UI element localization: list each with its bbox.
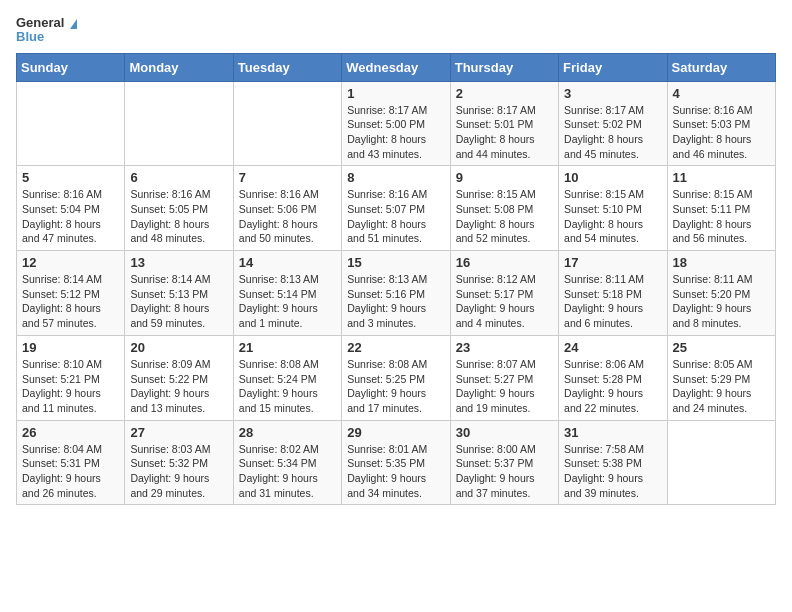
- day-number: 31: [564, 425, 661, 440]
- day-number: 13: [130, 255, 227, 270]
- day-info: Sunrise: 8:06 AM Sunset: 5:28 PM Dayligh…: [564, 357, 661, 416]
- day-info: Sunrise: 8:01 AM Sunset: 5:35 PM Dayligh…: [347, 442, 444, 501]
- day-info: Sunrise: 8:08 AM Sunset: 5:24 PM Dayligh…: [239, 357, 336, 416]
- calendar-cell: 9Sunrise: 8:15 AM Sunset: 5:08 PM Daylig…: [450, 166, 558, 251]
- day-number: 30: [456, 425, 553, 440]
- day-info: Sunrise: 8:00 AM Sunset: 5:37 PM Dayligh…: [456, 442, 553, 501]
- calendar-cell: 28Sunrise: 8:02 AM Sunset: 5:34 PM Dayli…: [233, 420, 341, 505]
- calendar-cell: 16Sunrise: 8:12 AM Sunset: 5:17 PM Dayli…: [450, 251, 558, 336]
- header-monday: Monday: [125, 53, 233, 81]
- day-number: 10: [564, 170, 661, 185]
- day-info: Sunrise: 8:02 AM Sunset: 5:34 PM Dayligh…: [239, 442, 336, 501]
- calendar-cell: [667, 420, 775, 505]
- day-number: 14: [239, 255, 336, 270]
- calendar-cell: 6Sunrise: 8:16 AM Sunset: 5:05 PM Daylig…: [125, 166, 233, 251]
- calendar-cell: 11Sunrise: 8:15 AM Sunset: 5:11 PM Dayli…: [667, 166, 775, 251]
- day-number: 21: [239, 340, 336, 355]
- day-number: 1: [347, 86, 444, 101]
- calendar-cell: 29Sunrise: 8:01 AM Sunset: 5:35 PM Dayli…: [342, 420, 450, 505]
- day-number: 12: [22, 255, 119, 270]
- day-info: Sunrise: 8:16 AM Sunset: 5:07 PM Dayligh…: [347, 187, 444, 246]
- day-info: Sunrise: 7:58 AM Sunset: 5:38 PM Dayligh…: [564, 442, 661, 501]
- day-info: Sunrise: 8:16 AM Sunset: 5:04 PM Dayligh…: [22, 187, 119, 246]
- logo: General Blue: [16, 16, 77, 45]
- day-number: 4: [673, 86, 770, 101]
- calendar-cell: 17Sunrise: 8:11 AM Sunset: 5:18 PM Dayli…: [559, 251, 667, 336]
- calendar-cell: 5Sunrise: 8:16 AM Sunset: 5:04 PM Daylig…: [17, 166, 125, 251]
- day-number: 29: [347, 425, 444, 440]
- day-number: 7: [239, 170, 336, 185]
- calendar-cell: 1Sunrise: 8:17 AM Sunset: 5:00 PM Daylig…: [342, 81, 450, 166]
- header-saturday: Saturday: [667, 53, 775, 81]
- day-info: Sunrise: 8:17 AM Sunset: 5:02 PM Dayligh…: [564, 103, 661, 162]
- day-number: 17: [564, 255, 661, 270]
- day-number: 11: [673, 170, 770, 185]
- day-info: Sunrise: 8:14 AM Sunset: 5:12 PM Dayligh…: [22, 272, 119, 331]
- week-row-1: 1Sunrise: 8:17 AM Sunset: 5:00 PM Daylig…: [17, 81, 776, 166]
- day-number: 18: [673, 255, 770, 270]
- day-info: Sunrise: 8:05 AM Sunset: 5:29 PM Dayligh…: [673, 357, 770, 416]
- page-header: General Blue: [16, 16, 776, 45]
- calendar-cell: 8Sunrise: 8:16 AM Sunset: 5:07 PM Daylig…: [342, 166, 450, 251]
- week-row-5: 26Sunrise: 8:04 AM Sunset: 5:31 PM Dayli…: [17, 420, 776, 505]
- header-thursday: Thursday: [450, 53, 558, 81]
- week-row-3: 12Sunrise: 8:14 AM Sunset: 5:12 PM Dayli…: [17, 251, 776, 336]
- day-number: 2: [456, 86, 553, 101]
- day-number: 8: [347, 170, 444, 185]
- day-number: 23: [456, 340, 553, 355]
- calendar-cell: 23Sunrise: 8:07 AM Sunset: 5:27 PM Dayli…: [450, 335, 558, 420]
- day-info: Sunrise: 8:16 AM Sunset: 5:05 PM Dayligh…: [130, 187, 227, 246]
- calendar-cell: 7Sunrise: 8:16 AM Sunset: 5:06 PM Daylig…: [233, 166, 341, 251]
- calendar-cell: [233, 81, 341, 166]
- calendar-cell: 19Sunrise: 8:10 AM Sunset: 5:21 PM Dayli…: [17, 335, 125, 420]
- day-number: 22: [347, 340, 444, 355]
- day-number: 28: [239, 425, 336, 440]
- day-info: Sunrise: 8:13 AM Sunset: 5:16 PM Dayligh…: [347, 272, 444, 331]
- calendar-cell: [125, 81, 233, 166]
- day-number: 9: [456, 170, 553, 185]
- days-header-row: SundayMondayTuesdayWednesdayThursdayFrid…: [17, 53, 776, 81]
- header-sunday: Sunday: [17, 53, 125, 81]
- calendar-cell: 3Sunrise: 8:17 AM Sunset: 5:02 PM Daylig…: [559, 81, 667, 166]
- calendar-cell: 2Sunrise: 8:17 AM Sunset: 5:01 PM Daylig…: [450, 81, 558, 166]
- calendar-cell: 21Sunrise: 8:08 AM Sunset: 5:24 PM Dayli…: [233, 335, 341, 420]
- calendar-cell: 30Sunrise: 8:00 AM Sunset: 5:37 PM Dayli…: [450, 420, 558, 505]
- day-number: 26: [22, 425, 119, 440]
- day-info: Sunrise: 8:16 AM Sunset: 5:03 PM Dayligh…: [673, 103, 770, 162]
- calendar-cell: 15Sunrise: 8:13 AM Sunset: 5:16 PM Dayli…: [342, 251, 450, 336]
- day-info: Sunrise: 8:09 AM Sunset: 5:22 PM Dayligh…: [130, 357, 227, 416]
- calendar-cell: 20Sunrise: 8:09 AM Sunset: 5:22 PM Dayli…: [125, 335, 233, 420]
- header-friday: Friday: [559, 53, 667, 81]
- day-info: Sunrise: 8:15 AM Sunset: 5:11 PM Dayligh…: [673, 187, 770, 246]
- day-info: Sunrise: 8:14 AM Sunset: 5:13 PM Dayligh…: [130, 272, 227, 331]
- calendar-cell: 10Sunrise: 8:15 AM Sunset: 5:10 PM Dayli…: [559, 166, 667, 251]
- day-number: 19: [22, 340, 119, 355]
- week-row-2: 5Sunrise: 8:16 AM Sunset: 5:04 PM Daylig…: [17, 166, 776, 251]
- day-info: Sunrise: 8:15 AM Sunset: 5:10 PM Dayligh…: [564, 187, 661, 246]
- calendar-cell: 14Sunrise: 8:13 AM Sunset: 5:14 PM Dayli…: [233, 251, 341, 336]
- day-info: Sunrise: 8:03 AM Sunset: 5:32 PM Dayligh…: [130, 442, 227, 501]
- day-info: Sunrise: 8:07 AM Sunset: 5:27 PM Dayligh…: [456, 357, 553, 416]
- day-number: 15: [347, 255, 444, 270]
- calendar-cell: 31Sunrise: 7:58 AM Sunset: 5:38 PM Dayli…: [559, 420, 667, 505]
- day-info: Sunrise: 8:11 AM Sunset: 5:20 PM Dayligh…: [673, 272, 770, 331]
- day-number: 6: [130, 170, 227, 185]
- day-info: Sunrise: 8:08 AM Sunset: 5:25 PM Dayligh…: [347, 357, 444, 416]
- calendar-cell: 22Sunrise: 8:08 AM Sunset: 5:25 PM Dayli…: [342, 335, 450, 420]
- day-info: Sunrise: 8:17 AM Sunset: 5:00 PM Dayligh…: [347, 103, 444, 162]
- calendar-cell: 4Sunrise: 8:16 AM Sunset: 5:03 PM Daylig…: [667, 81, 775, 166]
- header-tuesday: Tuesday: [233, 53, 341, 81]
- day-number: 25: [673, 340, 770, 355]
- calendar-table: SundayMondayTuesdayWednesdayThursdayFrid…: [16, 53, 776, 506]
- week-row-4: 19Sunrise: 8:10 AM Sunset: 5:21 PM Dayli…: [17, 335, 776, 420]
- day-number: 24: [564, 340, 661, 355]
- calendar-cell: 25Sunrise: 8:05 AM Sunset: 5:29 PM Dayli…: [667, 335, 775, 420]
- header-wednesday: Wednesday: [342, 53, 450, 81]
- day-info: Sunrise: 8:10 AM Sunset: 5:21 PM Dayligh…: [22, 357, 119, 416]
- calendar-cell: 12Sunrise: 8:14 AM Sunset: 5:12 PM Dayli…: [17, 251, 125, 336]
- calendar-cell: 13Sunrise: 8:14 AM Sunset: 5:13 PM Dayli…: [125, 251, 233, 336]
- calendar-cell: 26Sunrise: 8:04 AM Sunset: 5:31 PM Dayli…: [17, 420, 125, 505]
- day-number: 3: [564, 86, 661, 101]
- calendar-cell: 24Sunrise: 8:06 AM Sunset: 5:28 PM Dayli…: [559, 335, 667, 420]
- day-number: 27: [130, 425, 227, 440]
